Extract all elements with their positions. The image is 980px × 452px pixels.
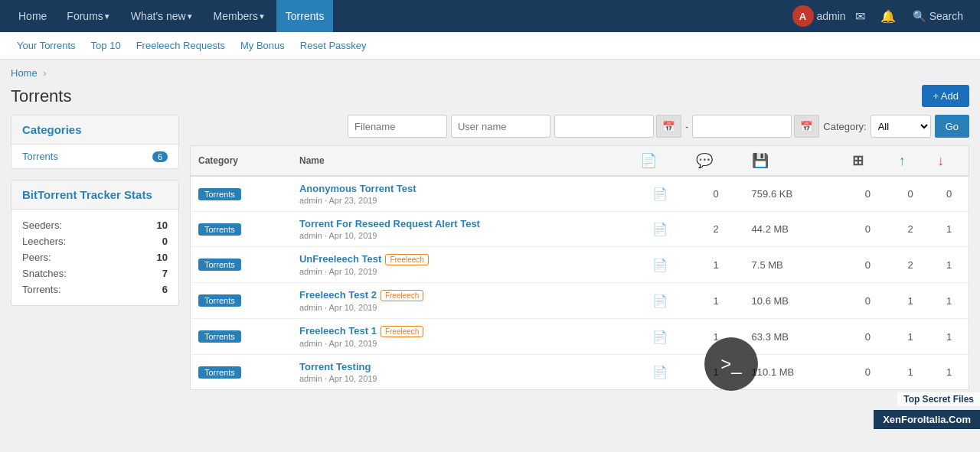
date-from-group: 📅: [554, 115, 681, 138]
breadcrumb-separator: ›: [43, 67, 46, 79]
breadcrumb-home[interactable]: Home: [11, 67, 38, 79]
file-icon-1: 📄: [652, 223, 668, 236]
col-grid-icon: ⊞: [844, 146, 891, 177]
table-row: Torrents Anonymous Torrent Test admin · …: [191, 176, 969, 212]
nav-whatsnew[interactable]: What's new ▼: [122, 0, 203, 32]
cell-seeders-3: 1: [891, 283, 929, 319]
subnav-your-torrents[interactable]: Your Torrents: [11, 32, 82, 60]
cell-name-1: Torrent For Reseed Request Alert Test ad…: [292, 212, 632, 247]
table-row: Torrents Torrent For Reseed Request Aler…: [191, 212, 969, 247]
nav-right-section: A admin ✉ 🔔 🔍 Search: [792, 5, 972, 27]
avatar: A: [792, 5, 814, 27]
cell-file-0: 📄: [632, 176, 688, 212]
cell-file-2: 📄: [632, 247, 688, 283]
col-category: Category: [191, 146, 292, 177]
date-to-calendar-button[interactable]: 📅: [794, 115, 819, 138]
torrents-value: 6: [162, 284, 168, 295]
go-button[interactable]: Go: [935, 115, 969, 138]
members-dropdown-icon: ▼: [258, 12, 266, 21]
categories-box: Categories Torrents 6: [11, 115, 179, 169]
torrent-table-body: Torrents Anonymous Torrent Test admin · …: [191, 176, 969, 390]
torrent-meta-3: admin · Apr 10, 2019: [299, 303, 625, 312]
username-input[interactable]: [451, 115, 550, 138]
cell-completed-5: 0: [844, 355, 891, 390]
torrent-meta-4: admin · Apr 10, 2019: [299, 339, 625, 348]
cell-leechers-4: 1: [929, 319, 969, 355]
category-badge-2[interactable]: Torrents: [198, 259, 241, 271]
category-torrents[interactable]: Torrents 6: [11, 145, 178, 168]
file-icon-2: 📄: [652, 259, 668, 272]
date-from-input[interactable]: [554, 115, 654, 138]
torrent-link-5[interactable]: Torrent Testing: [299, 361, 371, 372]
cell-size-2: 7.5 MB: [744, 247, 844, 283]
file-icon-4: 📄: [652, 330, 668, 343]
download-header-icon: ↓: [937, 153, 944, 168]
file-icon-0: 📄: [652, 187, 668, 200]
torrent-link-1[interactable]: Torrent For Reseed Request Alert Test: [299, 218, 480, 229]
table-row: Torrents UnFreeleech TestFreeleech admin…: [191, 247, 969, 283]
categories-title: Categories: [11, 115, 178, 145]
category-badge-4[interactable]: Torrents: [198, 330, 241, 343]
stat-peers: Peers: 10: [22, 249, 168, 265]
torrent-meta-0: admin · Apr 23, 2019: [299, 196, 625, 205]
stats-content: Seeders: 10 Leechers: 0 Peers: 10 Snatch…: [11, 210, 178, 305]
torrent-link-0[interactable]: Anonymous Torrent Test: [299, 183, 416, 194]
category-badge-5[interactable]: Torrents: [198, 366, 241, 379]
col-up-icon: ↑: [891, 146, 929, 177]
category-badge-0[interactable]: Torrents: [198, 188, 241, 200]
torrent-link-4[interactable]: Freeleech Test 1: [299, 325, 377, 337]
breadcrumb: Home ›: [0, 60, 980, 82]
subnav-my-bonus[interactable]: My Bonus: [234, 32, 291, 60]
cell-leechers-2: 1: [929, 247, 969, 283]
cell-seeders-5: 1: [891, 355, 929, 390]
date-to-input[interactable]: [692, 115, 792, 138]
nav-forums[interactable]: Forums ▼: [57, 0, 119, 32]
snatches-value: 7: [162, 268, 168, 279]
search-icon: 🔍: [913, 10, 926, 22]
page-title: Torrents: [11, 86, 71, 106]
cell-completed-3: 0: [844, 283, 891, 319]
cell-name-0: Anonymous Torrent Test admin · Apr 23, 2…: [292, 176, 632, 212]
torrent-link-2[interactable]: UnFreeleech Test: [299, 253, 381, 265]
torrent-meta-2: admin · Apr 10, 2019: [299, 267, 625, 276]
filename-input[interactable]: [348, 115, 447, 138]
leechers-value: 0: [162, 236, 168, 247]
subnav-freeleech-requests[interactable]: Freeleech Requests: [130, 32, 231, 60]
torrent-meta-5: admin · Apr 10, 2019: [299, 374, 625, 383]
add-button[interactable]: + Add: [922, 85, 969, 107]
table-row: Torrents Freeleech Test 2Freeleech admin…: [191, 283, 969, 319]
mail-icon[interactable]: ✉: [849, 9, 871, 24]
watermark-text: Top Secret Files: [897, 392, 980, 401]
main-area: 📅 - 📅 Category: All Torrents Go Category: [190, 115, 969, 390]
leechers-label: Leechers:: [22, 236, 66, 247]
nav-home[interactable]: Home: [9, 0, 56, 32]
cell-name-2: UnFreeleech TestFreeleech admin · Apr 10…: [292, 247, 632, 283]
date-from-calendar-button[interactable]: 📅: [656, 115, 681, 138]
stats-title: BitTorrent Tracker Stats: [11, 180, 178, 210]
category-select[interactable]: All Torrents: [871, 115, 931, 138]
cell-completed-2: 0: [844, 247, 891, 283]
forums-dropdown-icon: ▼: [103, 12, 111, 21]
nav-members[interactable]: Members ▼: [204, 0, 275, 32]
cell-seeders-1: 2: [891, 212, 929, 247]
torrent-link-3[interactable]: Freeleech Test 2: [299, 289, 377, 301]
subnav-reset-passkey[interactable]: Reset Passkey: [294, 32, 373, 60]
col-file-icon: 📄: [632, 146, 688, 177]
whatsnew-dropdown-icon: ▼: [186, 12, 194, 21]
nav-torrents[interactable]: Torrents: [276, 0, 334, 32]
col-down-icon: ↓: [929, 146, 969, 177]
subnav-top10[interactable]: Top 10: [85, 32, 127, 60]
category-torrents-link[interactable]: Torrents: [22, 151, 58, 162]
category-badge-1[interactable]: Torrents: [198, 223, 241, 236]
file-icon-3: 📄: [652, 294, 668, 307]
torrent-meta-1: admin · Apr 10, 2019: [299, 231, 625, 240]
cell-size-1: 44.2 MB: [744, 212, 844, 247]
category-badge-3[interactable]: Torrents: [198, 294, 241, 307]
cell-comments-0: 0: [688, 176, 744, 212]
top-navigation: Home Forums ▼ What's new ▼ Members ▼ Tor…: [0, 0, 980, 32]
search-button[interactable]: 🔍 Search: [905, 10, 971, 22]
bell-icon[interactable]: 🔔: [874, 9, 902, 24]
torrent-table: Category Name 📄 💬 💾 ⊞: [190, 145, 969, 390]
freeleech-badge-2: Freeleech: [385, 254, 428, 265]
category-label: Category:: [823, 121, 866, 132]
